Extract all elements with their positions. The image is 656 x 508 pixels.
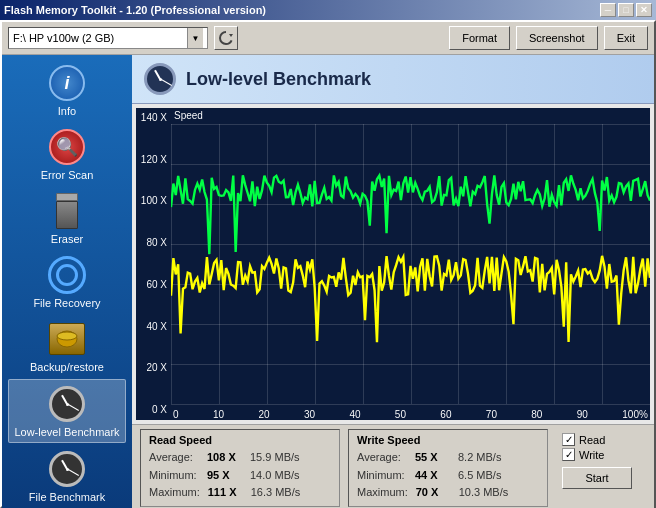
sidebar-label-file-benchmark: File Benchmark	[29, 491, 105, 503]
panel-title: Low-level Benchmark	[186, 69, 371, 90]
speed-label: Speed	[174, 110, 203, 121]
sidebar-label-low-level-benchmark: Low-level Benchmark	[14, 426, 119, 438]
x-label-100: 100%	[622, 409, 648, 420]
sidebar-item-eraser[interactable]: Eraser	[8, 187, 126, 249]
read-avg-mult: 108 X	[207, 449, 242, 467]
sidebar-item-error-scan[interactable]: 🔍 Error Scan	[8, 123, 126, 185]
drive-select[interactable]: F:\ HP v100w (2 GB) ▼	[8, 27, 208, 49]
write-max-row: Maximum: 70 X 10.3 MB/s	[357, 484, 539, 502]
read-stats: Read Speed Average: 108 X 15.9 MB/s Mini…	[140, 429, 340, 507]
write-max-speed: 10.3 MB/s	[459, 484, 509, 502]
panel-header: Low-level Benchmark	[132, 55, 654, 104]
y-label-60: 60 X	[136, 280, 171, 290]
main-panel: Low-level Benchmark Speed 140 X 120 X 10…	[132, 55, 654, 508]
close-button[interactable]: ✕	[636, 3, 652, 17]
sidebar-item-backup-restore[interactable]: Backup/restore	[8, 315, 126, 377]
exit-button[interactable]: Exit	[604, 26, 648, 50]
screenshot-button[interactable]: Screenshot	[516, 26, 598, 50]
eraser-icon	[51, 193, 83, 229]
read-max-speed: 16.3 MB/s	[251, 484, 301, 502]
x-label-30: 30	[304, 409, 315, 420]
maximize-button[interactable]: □	[618, 3, 634, 17]
chart-svg	[171, 124, 650, 364]
x-label-20: 20	[258, 409, 269, 420]
write-avg-mult: 55 X	[415, 449, 450, 467]
write-min-label: Minimum:	[357, 467, 407, 485]
sidebar-label-eraser: Eraser	[51, 233, 83, 245]
write-avg-row: Average: 55 X 8.2 MB/s	[357, 449, 539, 467]
sidebar-item-file-recovery[interactable]: File Recovery	[8, 251, 126, 313]
x-axis: 0 10 20 30 40 50 60 70 80 90 100%	[171, 404, 650, 420]
sidebar-label-info: Info	[58, 105, 76, 117]
read-checkbox-row[interactable]: ✓ Read	[562, 433, 640, 446]
refresh-button[interactable]	[214, 26, 238, 50]
read-avg-speed: 15.9 MB/s	[250, 449, 300, 467]
drive-dropdown-arrow[interactable]: ▼	[187, 28, 203, 48]
y-label-20: 20 X	[136, 363, 171, 373]
write-avg-speed: 8.2 MB/s	[458, 449, 501, 467]
backup-svg	[55, 329, 79, 349]
y-label-40: 40 X	[136, 322, 171, 332]
write-max-mult: 70 X	[416, 484, 451, 502]
read-max-row: Maximum: 111 X 16.3 MB/s	[149, 484, 331, 502]
write-checkbox-row[interactable]: ✓ Write	[562, 448, 640, 461]
write-line	[171, 256, 650, 342]
read-checkbox-label: Read	[579, 434, 605, 446]
x-label-50: 50	[395, 409, 406, 420]
panel-header-icon	[144, 63, 176, 95]
x-label-60: 60	[440, 409, 451, 420]
sidebar: i Info 🔍 Error Scan Eraser	[2, 55, 132, 508]
eraser-icon-container	[47, 191, 87, 231]
read-avg-label: Average:	[149, 449, 199, 467]
sidebar-label-error-scan: Error Scan	[41, 169, 94, 181]
start-button[interactable]: Start	[562, 467, 632, 489]
chart-container: Speed 140 X 120 X 100 X 80 X 60 X 40 X 2…	[136, 108, 650, 420]
low-level-icon-container	[47, 384, 87, 424]
write-stats: Write Speed Average: 55 X 8.2 MB/s Minim…	[348, 429, 548, 507]
format-button[interactable]: Format	[449, 26, 510, 50]
svg-marker-0	[229, 34, 233, 37]
read-min-row: Minimum: 95 X 14.0 MB/s	[149, 467, 331, 485]
sidebar-item-info[interactable]: i Info	[8, 59, 126, 121]
x-label-90: 90	[577, 409, 588, 420]
y-axis: 140 X 120 X 100 X 80 X 60 X 40 X 20 X 0 …	[136, 108, 171, 420]
refresh-icon	[218, 30, 234, 46]
stats-panel: Read Speed Average: 108 X 15.9 MB/s Mini…	[132, 424, 654, 508]
read-max-mult: 111 X	[208, 484, 243, 502]
file-bench-icon-container	[47, 449, 87, 489]
y-label-120: 120 X	[136, 155, 171, 165]
write-checkbox-label: Write	[579, 449, 604, 461]
minimize-button[interactable]: ─	[600, 3, 616, 17]
toolbar: F:\ HP v100w (2 GB) ▼ Format Screenshot …	[2, 22, 654, 55]
y-label-0: 0 X	[136, 405, 171, 415]
write-max-label: Maximum:	[357, 484, 408, 502]
drive-combo[interactable]: F:\ HP v100w (2 GB) ▼	[8, 27, 208, 49]
write-checkbox[interactable]: ✓	[562, 448, 575, 461]
backup-icon	[49, 323, 85, 355]
x-label-40: 40	[349, 409, 360, 420]
read-min-speed: 14.0 MB/s	[250, 467, 300, 485]
read-min-label: Minimum:	[149, 467, 199, 485]
main-window: F:\ HP v100w (2 GB) ▼ Format Screenshot …	[0, 20, 656, 508]
x-label-0: 0	[173, 409, 179, 420]
x-label-10: 10	[213, 409, 224, 420]
read-checkbox[interactable]: ✓	[562, 433, 575, 446]
write-min-row: Minimum: 44 X 6.5 MB/s	[357, 467, 539, 485]
y-label-140: 140 X	[136, 113, 171, 123]
write-min-mult: 44 X	[415, 467, 450, 485]
sidebar-label-backup-restore: Backup/restore	[30, 361, 104, 373]
write-stats-title: Write Speed	[357, 434, 539, 446]
sidebar-item-file-benchmark[interactable]: File Benchmark	[8, 445, 126, 507]
read-line	[171, 175, 650, 254]
sidebar-item-low-level-benchmark[interactable]: Low-level Benchmark	[8, 379, 126, 443]
title-bar-controls: ─ □ ✕	[600, 3, 652, 17]
file-recovery-icon	[48, 256, 86, 294]
error-scan-icon-container: 🔍	[47, 127, 87, 167]
content-area: i Info 🔍 Error Scan Eraser	[2, 55, 654, 508]
read-stats-title: Read Speed	[149, 434, 331, 446]
y-label-100: 100 X	[136, 196, 171, 206]
read-max-label: Maximum:	[149, 484, 200, 502]
title-bar-text: Flash Memory Toolkit - 1.20 (Professiona…	[4, 4, 266, 16]
write-min-speed: 6.5 MB/s	[458, 467, 501, 485]
title-bar: Flash Memory Toolkit - 1.20 (Professiona…	[0, 0, 656, 20]
